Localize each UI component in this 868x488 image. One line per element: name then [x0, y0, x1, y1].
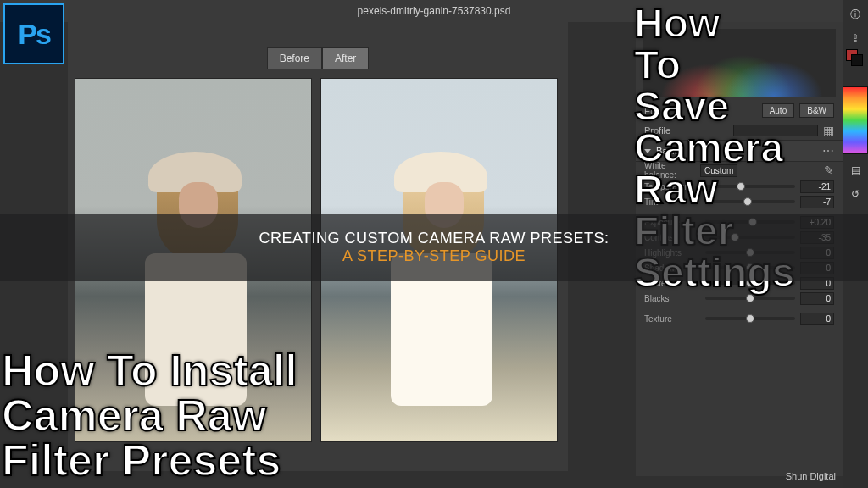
app-stage: Ps pexels-dmitriy-ganin-7537830.psd Befo…: [0, 0, 868, 488]
slider-track[interactable]: [705, 297, 795, 300]
slider-label: Blacks: [644, 294, 700, 303]
slider-knob[interactable]: [746, 314, 754, 323]
tab-after[interactable]: After: [322, 47, 369, 69]
photoshop-logo: Ps: [3, 3, 64, 64]
slider-track[interactable]: [705, 317, 795, 320]
slider-row: Texture0: [636, 311, 843, 326]
info-icon[interactable]: ⓘ: [848, 7, 863, 22]
slider-label: Texture: [644, 314, 700, 324]
slider-value[interactable]: 0: [800, 313, 834, 325]
color-swatches-panel[interactable]: [843, 86, 868, 154]
document-filename: pexels-dmitriy-ganin-7537830.psd: [358, 5, 511, 17]
tab-before[interactable]: Before: [267, 47, 322, 69]
share-icon[interactable]: ⇪: [848, 30, 863, 46]
banner-line-1: CREATING CUSTOM CAMERA RAW PRESETS:: [259, 230, 609, 247]
overlay-install-heading: How To InstallCamera RawFilter Presets: [2, 348, 442, 483]
credit-text: Shun Digital: [786, 471, 836, 481]
background-swatch[interactable]: [851, 54, 863, 66]
slider-value[interactable]: 0: [800, 292, 834, 305]
layers-icon[interactable]: ▤: [848, 163, 863, 178]
before-after-tabs: Before After: [68, 22, 568, 69]
title-banner: CREATING CUSTOM CAMERA RAW PRESETS: A ST…: [0, 214, 868, 281]
banner-line-2: A STEP-BY-STEP GUIDE: [342, 247, 526, 265]
history-icon[interactable]: ↺: [848, 186, 863, 202]
slider-knob[interactable]: [746, 294, 754, 302]
